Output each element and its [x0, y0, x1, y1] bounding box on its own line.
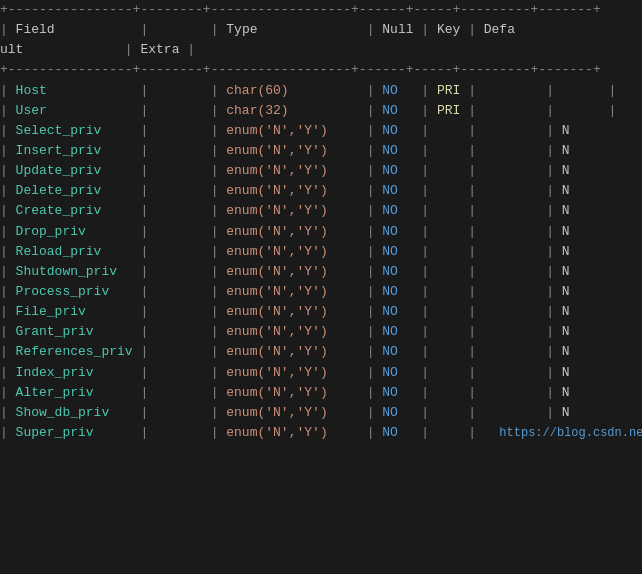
row-process-priv: | Process_priv | | enum('N','Y') | NO | …: [0, 282, 642, 302]
header-row: | Field | | Type | Null | Key | Defa: [0, 20, 642, 40]
row-shutdown-priv: | Shutdown_priv | | enum('N','Y') | NO |…: [0, 262, 642, 282]
header-row2: ult | Extra |: [0, 40, 642, 60]
row-super-priv: | Super_priv | | enum('N','Y') | NO | | …: [0, 423, 642, 443]
row-file-priv: | File_priv | | enum('N','Y') | NO | | |…: [0, 302, 642, 322]
row-host: | Host | | char(60) | NO | PRI | | |: [0, 81, 642, 101]
row-user: | User | | char(32) | NO | PRI | | |: [0, 101, 642, 121]
table-container: +----------------+--------+-------------…: [0, 0, 642, 443]
row-delete-priv: | Delete_priv | | enum('N','Y') | NO | |…: [0, 181, 642, 201]
row-drop-priv: | Drop_priv | | enum('N','Y') | NO | | |…: [0, 222, 642, 242]
table-rows: | Host | | char(60) | NO | PRI | | | | U…: [0, 81, 642, 444]
separator-mid: +----------------+--------+-------------…: [0, 60, 642, 80]
watermark: https://blog.csdn.net/ZJKL_Silence: [499, 426, 642, 440]
row-update-priv: | Update_priv | | enum('N','Y') | NO | |…: [0, 161, 642, 181]
row-show-db-priv: | Show_db_priv | | enum('N','Y') | NO | …: [0, 403, 642, 423]
row-index-priv: | Index_priv | | enum('N','Y') | NO | | …: [0, 363, 642, 383]
separator-top: +----------------+--------+-------------…: [0, 0, 642, 20]
row-references-priv: | References_priv | | enum('N','Y') | NO…: [0, 342, 642, 362]
row-grant-priv: | Grant_priv | | enum('N','Y') | NO | | …: [0, 322, 642, 342]
terminal-window: +----------------+--------+-------------…: [0, 0, 642, 574]
row-super-priv-container: | Super_priv | | enum('N','Y') | NO | | …: [0, 423, 642, 443]
row-insert-priv: | Insert_priv | | enum('N','Y') | NO | |…: [0, 141, 642, 161]
row-show-db-priv-container: | Show_db_priv | | enum('N','Y') | NO | …: [0, 403, 642, 423]
row-reload-priv: | Reload_priv | | enum('N','Y') | NO | |…: [0, 242, 642, 262]
row-create-priv: | Create_priv | | enum('N','Y') | NO | |…: [0, 201, 642, 221]
row-alter-priv: | Alter_priv | | enum('N','Y') | NO | | …: [0, 383, 642, 403]
row-select-priv: | Select_priv | | enum('N','Y') | NO | |…: [0, 121, 642, 141]
